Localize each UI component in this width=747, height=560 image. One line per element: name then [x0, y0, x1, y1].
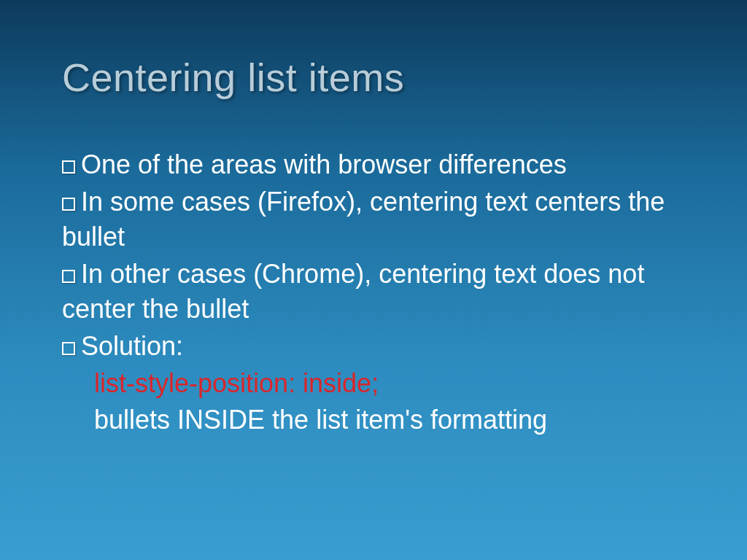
- bullet-item-1: One of the areas with browser difference…: [62, 147, 685, 183]
- bullet-text: One of the areas with browser difference…: [81, 149, 567, 179]
- code-line-1: list-style-position: inside;: [62, 366, 685, 402]
- square-bullet-icon: [62, 342, 75, 355]
- bullet-text: In some cases (Firefox), centering text …: [62, 187, 665, 252]
- bullet-item-2: In some cases (Firefox), centering text …: [62, 184, 685, 255]
- square-bullet-icon: [62, 160, 75, 174]
- code-line-2: bullets INSIDE the list item's formattin…: [62, 402, 685, 438]
- bullet-text: In other cases (Chrome), centering text …: [62, 259, 644, 324]
- square-bullet-icon: [62, 270, 75, 283]
- bullet-item-3: In other cases (Chrome), centering text …: [62, 257, 685, 327]
- slide-title: Centering list items: [62, 55, 685, 100]
- square-bullet-icon: [62, 198, 75, 211]
- slide-container: Centering list items One of the areas wi…: [0, 0, 747, 560]
- bullet-item-4: Solution:: [62, 329, 685, 365]
- slide-content: One of the areas with browser difference…: [62, 147, 685, 438]
- bullet-text: Solution:: [81, 331, 183, 361]
